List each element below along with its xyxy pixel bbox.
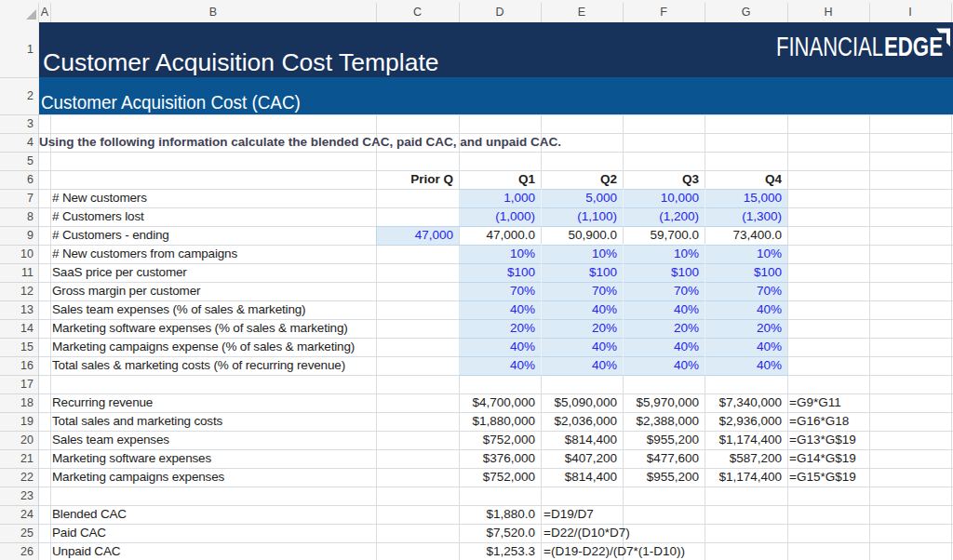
svg-text:EDGE: EDGE <box>884 31 943 59</box>
svg-text:FINANCIAL: FINANCIAL <box>776 31 883 59</box>
